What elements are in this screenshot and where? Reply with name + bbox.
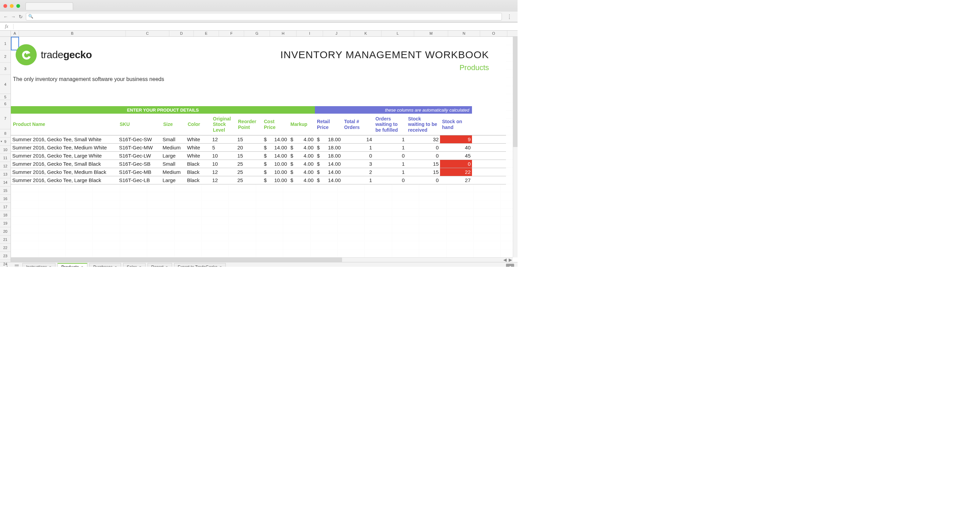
cell[interactable]: Medium	[161, 143, 186, 151]
cell[interactable]: 22	[440, 168, 472, 176]
cell[interactable]: 0	[440, 160, 472, 168]
col-header-B[interactable]: B	[19, 30, 126, 37]
cell[interactable]: $4.00	[288, 152, 315, 159]
col-header-I[interactable]: I	[296, 30, 323, 37]
cell[interactable]: 12	[211, 136, 236, 143]
col-header-E[interactable]: E	[194, 30, 219, 37]
cell[interactable]: $10.00	[262, 168, 288, 176]
row-header-21[interactable]: 21	[0, 236, 11, 244]
row-header-22[interactable]: 22	[0, 244, 11, 252]
chevron-down-icon[interactable]: ▼	[81, 265, 84, 267]
cell[interactable]: 1	[342, 176, 373, 184]
col-header-K[interactable]: K	[350, 30, 382, 37]
row-header-17[interactable]: 17	[0, 203, 11, 211]
all-sheets-button[interactable]: ☰	[13, 264, 21, 267]
formula-input[interactable]	[14, 22, 517, 30]
row-header-6[interactable]: 6	[0, 100, 11, 107]
col-header-A[interactable]: A	[11, 30, 19, 37]
col-header-D[interactable]: D	[169, 30, 194, 37]
sheet-tab-purchases[interactable]: Purchases▼	[89, 263, 121, 267]
cell[interactable]: 1	[373, 136, 406, 143]
cell[interactable]: Black	[186, 168, 211, 176]
row-header-5[interactable]: 5	[0, 94, 11, 100]
cell[interactable]: Summer 2016, Gecko Tee, Small Black	[11, 160, 118, 168]
cell[interactable]: 1	[342, 143, 373, 151]
cell[interactable]: 15	[236, 136, 262, 143]
row-header-1[interactable]: 1	[0, 37, 11, 50]
vertical-scrollbar[interactable]	[513, 37, 517, 257]
col-header-L[interactable]: L	[382, 30, 414, 37]
col-header-F[interactable]: F	[219, 30, 244, 37]
cell[interactable]: 1	[373, 168, 406, 176]
cell[interactable]: Summer 2016, Gecko Tee, Medium White	[11, 143, 118, 151]
col-header-N[interactable]: N	[448, 30, 480, 37]
window-maximize-icon[interactable]	[16, 4, 20, 8]
cell[interactable]: $10.00	[262, 160, 288, 168]
cell[interactable]: S16T-Gec-SB	[118, 160, 161, 168]
cell[interactable]: Medium	[161, 168, 186, 176]
cell[interactable]: $18.00	[315, 143, 342, 151]
cell[interactable]: $4.00	[288, 160, 315, 168]
table-row[interactable]: Summer 2016, Gecko Tee, Large BlackS16T-…	[11, 176, 506, 185]
window-close-icon[interactable]	[3, 4, 7, 8]
col-header-G[interactable]: G	[244, 30, 270, 37]
cell[interactable]: 14	[342, 136, 373, 143]
row-header-3[interactable]: 3	[0, 62, 11, 75]
chevron-down-icon[interactable]: ▼	[165, 265, 168, 267]
cell[interactable]: Summer 2016, Gecko Tee, Medium Black	[11, 168, 118, 176]
cell[interactable]: 27	[440, 176, 472, 184]
row-header-8[interactable]: 8	[0, 129, 11, 137]
sheet-tab-products[interactable]: Products▼	[57, 263, 88, 267]
cell[interactable]: $18.00	[315, 152, 342, 159]
hscroll-thumb[interactable]	[11, 258, 342, 262]
sheet-tab-sales[interactable]: Sales▼	[123, 263, 146, 267]
row-filter-icon[interactable]: ▾	[1, 140, 2, 143]
cell[interactable]: Large	[161, 176, 186, 184]
row-header-13[interactable]: 13	[0, 170, 11, 178]
cell[interactable]: 25	[236, 168, 262, 176]
row-header-4[interactable]: 4	[0, 75, 11, 94]
col-header-J[interactable]: J	[323, 30, 350, 37]
cell[interactable]: 40	[440, 143, 472, 151]
cell[interactable]: 25	[236, 160, 262, 168]
col-header-C[interactable]: C	[126, 30, 169, 37]
cell[interactable]: $14.00	[262, 152, 288, 159]
cell[interactable]: Black	[186, 160, 211, 168]
cell[interactable]: 0	[373, 152, 406, 159]
cell[interactable]: S16T-Gec-LW	[118, 152, 161, 159]
cell[interactable]: $14.00	[315, 176, 342, 184]
row-header-12[interactable]: 12	[0, 162, 11, 170]
col-header-M[interactable]: M	[414, 30, 448, 37]
table-row[interactable]: Summer 2016, Gecko Tee, Small BlackS16T-…	[11, 160, 506, 168]
cell[interactable]: $14.00	[315, 160, 342, 168]
cell[interactable]: 20	[236, 143, 262, 151]
cell[interactable]: 10	[211, 160, 236, 168]
cell[interactable]: $4.00	[288, 136, 315, 143]
browser-menu-icon[interactable]: ⋮	[504, 14, 514, 20]
cell[interactable]: White	[186, 136, 211, 143]
row-header-14[interactable]: 14	[0, 178, 11, 187]
cell[interactable]: Summer 2016, Gecko Tee, Large Black	[11, 176, 118, 184]
cell[interactable]: 0	[342, 152, 373, 159]
cell[interactable]: 5	[211, 143, 236, 151]
sheet-tab-export-to-tradegecko[interactable]: Export to TradeGecko▼	[174, 263, 226, 267]
chevron-down-icon[interactable]: ▼	[49, 265, 52, 267]
row-header-2[interactable]: 2	[0, 50, 11, 62]
table-row[interactable]: Summer 2016, Gecko Tee, Small WhiteS16T-…	[11, 136, 506, 143]
hscroll-left-icon[interactable]: ◀	[503, 258, 508, 262]
cell[interactable]: 0	[406, 176, 440, 184]
table-row[interactable]: Summer 2016, Gecko Tee, Large WhiteS16T-…	[11, 152, 506, 160]
row-header-10[interactable]: 10	[0, 146, 11, 154]
cell[interactable]: S16T-Gec-SW	[118, 136, 161, 143]
hscroll-right-icon[interactable]: ▶	[508, 258, 513, 262]
row-header-7[interactable]: 7	[0, 107, 11, 129]
vscroll-thumb[interactable]	[513, 37, 517, 147]
cell[interactable]: 12	[211, 176, 236, 184]
cell[interactable]: Large	[161, 152, 186, 159]
cell[interactable]: 0	[406, 143, 440, 151]
cell[interactable]: 1	[373, 143, 406, 151]
cell[interactable]: 32	[406, 136, 440, 143]
row-header-20[interactable]: 20	[0, 227, 11, 236]
cell[interactable]: 2	[342, 168, 373, 176]
sheet-tab-report[interactable]: Report▼	[148, 263, 172, 267]
